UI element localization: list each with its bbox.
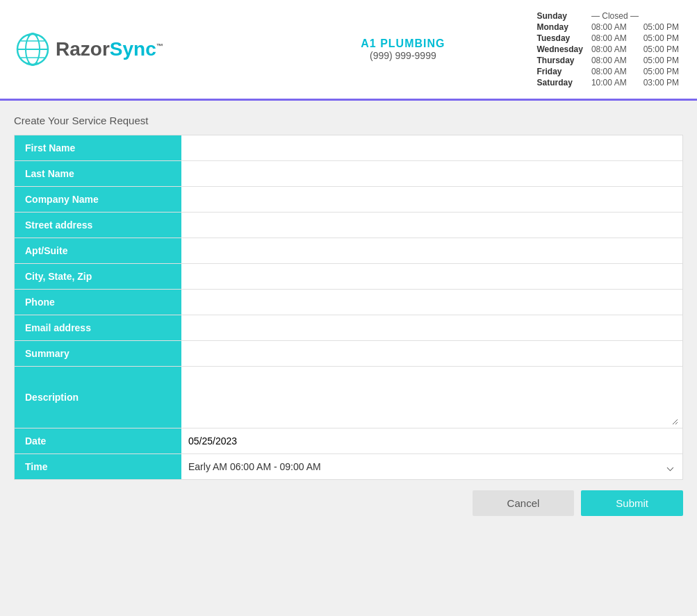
hours-row: Thursday08:00 AM05:00 PM	[532, 55, 683, 66]
hours-open: 08:00 AM	[587, 22, 631, 33]
first-name-input[interactable]	[186, 140, 678, 156]
hours-row: Wednesday08:00 AM05:00 PM	[532, 44, 683, 55]
hours-day: Sunday	[532, 10, 587, 22]
company-name-header: A1 PLUMBING	[273, 38, 532, 50]
company-name-input[interactable]	[186, 191, 678, 208]
date-value: 05/25/2023	[186, 433, 678, 449]
button-row: Cancel Submit	[14, 480, 683, 519]
summary-label: Summary	[15, 341, 181, 366]
apt-suite-label: Apt/Suite	[15, 238, 181, 263]
city-state-zip-input[interactable]	[186, 268, 678, 285]
hours-row: Tuesday08:00 AM05:00 PM	[532, 33, 683, 44]
hours-open: 08:00 AM	[587, 44, 631, 55]
logo-razor: Razor	[56, 38, 110, 60]
hours-day: Thursday	[532, 55, 587, 66]
hours-close: 05:00 PM	[639, 44, 683, 55]
date-label: Date	[15, 428, 181, 453]
city-state-zip-row: City, State, Zip	[15, 264, 682, 290]
hours-closed: — Closed —	[587, 10, 683, 22]
razorsync-logo-icon	[14, 31, 52, 69]
hours-separator	[631, 77, 639, 88]
last-name-input[interactable]	[186, 165, 678, 182]
company-info: A1 PLUMBING (999) 999-9999	[273, 38, 532, 61]
logo-text: RazorSync™	[56, 38, 163, 60]
hours-table: Sunday— Closed —Monday08:00 AM05:00 PMTu…	[532, 10, 683, 88]
apt-suite-input[interactable]	[186, 242, 678, 259]
summary-input-area[interactable]	[181, 341, 682, 366]
date-input-area[interactable]: 05/25/2023	[181, 428, 682, 453]
date-row: Date 05/25/2023	[15, 428, 682, 454]
chevron-down-icon: ⌵	[666, 459, 678, 474]
hours-row: Sunday— Closed —	[532, 10, 683, 22]
first-name-input-area[interactable]	[181, 135, 682, 160]
email-row: Email address	[15, 315, 682, 341]
time-label: Time	[15, 454, 181, 479]
email-label: Email address	[15, 315, 181, 340]
hours-separator	[631, 55, 639, 66]
form-title: Create Your Service Request	[14, 115, 683, 126]
city-state-zip-label: City, State, Zip	[15, 264, 181, 289]
hours-open: 08:00 AM	[587, 66, 631, 77]
time-select-area[interactable]: Early AM 06:00 AM - 09:00 AM ⌵	[181, 454, 682, 479]
logo-tm: ™	[156, 42, 163, 50]
header: RazorSync™ A1 PLUMBING (999) 999-9999 Su…	[0, 0, 697, 101]
street-address-input-area[interactable]	[181, 213, 682, 238]
street-address-row: Street address	[15, 213, 682, 238]
email-input-area[interactable]	[181, 315, 682, 340]
hours-row: Friday08:00 AM05:00 PM	[532, 66, 683, 77]
hours-separator	[631, 33, 639, 44]
hours-day: Tuesday	[532, 33, 587, 44]
hours-close: 03:00 PM	[639, 77, 683, 88]
hours-day: Monday	[532, 22, 587, 33]
form-container: First Name Last Name Company Name Street…	[14, 135, 683, 480]
company-name-row: Company Name	[15, 187, 682, 213]
street-address-input[interactable]	[186, 217, 678, 233]
company-phone: (999) 999-9999	[273, 50, 532, 61]
phone-input[interactable]	[186, 294, 678, 310]
main-content: Create Your Service Request First Name L…	[0, 101, 697, 533]
last-name-label: Last Name	[15, 161, 181, 186]
time-row: Time Early AM 06:00 AM - 09:00 AM ⌵	[15, 454, 682, 479]
hours-row: Saturday10:00 AM03:00 PM	[532, 77, 683, 88]
description-label: Description	[15, 367, 181, 428]
time-value: Early AM 06:00 AM - 09:00 AM	[186, 458, 666, 475]
logo-sync: Sync	[110, 38, 156, 60]
city-state-zip-input-area[interactable]	[181, 264, 682, 289]
hours-open: 08:00 AM	[587, 55, 631, 66]
hours-open: 10:00 AM	[587, 77, 631, 88]
phone-row: Phone	[15, 290, 682, 315]
company-name-input-area[interactable]	[181, 187, 682, 212]
cancel-button[interactable]: Cancel	[473, 490, 575, 516]
phone-label: Phone	[15, 290, 181, 315]
hours-row: Monday08:00 AM05:00 PM	[532, 22, 683, 33]
hours-close: 05:00 PM	[639, 55, 683, 66]
last-name-row: Last Name	[15, 161, 682, 187]
apt-suite-input-area[interactable]	[181, 238, 682, 263]
hours-separator	[631, 44, 639, 55]
submit-button[interactable]: Submit	[581, 490, 683, 516]
last-name-input-area[interactable]	[181, 161, 682, 186]
hours-separator	[631, 22, 639, 33]
hours-close: 05:00 PM	[639, 22, 683, 33]
hours-open: 08:00 AM	[587, 33, 631, 44]
street-address-label: Street address	[15, 213, 181, 238]
summary-row: Summary	[15, 341, 682, 367]
company-name-label: Company Name	[15, 187, 181, 212]
apt-suite-row: Apt/Suite	[15, 238, 682, 264]
phone-input-area[interactable]	[181, 290, 682, 315]
description-textarea[interactable]	[186, 369, 678, 425]
email-input[interactable]	[186, 319, 678, 336]
description-input-area[interactable]	[181, 367, 682, 428]
hours-day: Saturday	[532, 77, 587, 88]
hours-day: Friday	[532, 66, 587, 77]
hours-close: 05:00 PM	[639, 33, 683, 44]
description-row: Description	[15, 367, 682, 428]
first-name-label: First Name	[15, 135, 181, 160]
logo-area: RazorSync™	[14, 31, 273, 69]
first-name-row: First Name	[15, 135, 682, 161]
summary-input[interactable]	[186, 345, 678, 362]
hours-day: Wednesday	[532, 44, 587, 55]
hours-close: 05:00 PM	[639, 66, 683, 77]
hours-separator	[631, 66, 639, 77]
